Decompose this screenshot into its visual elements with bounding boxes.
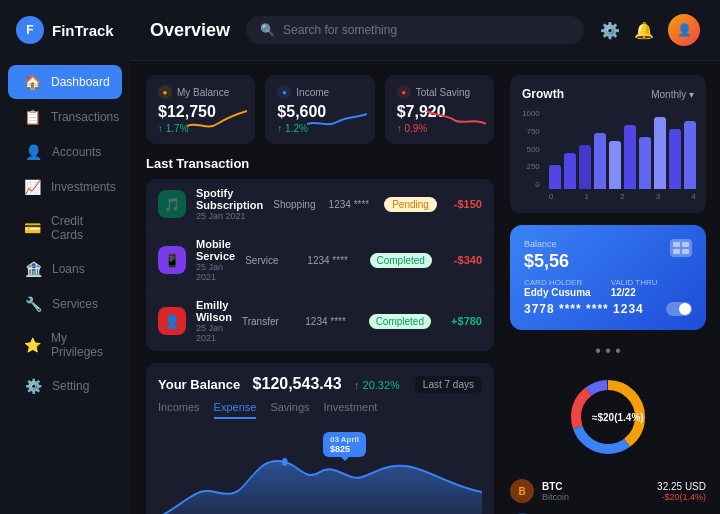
table-row[interactable]: 👤 Emilly Wilson 25 Jan 2021 Transfer 123… [146,291,494,351]
sidebar-label-dashboard: Dashboard [51,75,110,89]
sidebar-item-dashboard[interactable]: 🏠Dashboard [8,65,122,99]
growth-bar-2 [579,145,591,189]
settings-icon[interactable]: ⚙️ [600,21,620,40]
notifications-icon[interactable]: 🔔 [634,21,654,40]
growth-bar-1 [564,153,576,189]
transactions-section: Last Transaction 🎵 Spotify Subscription … [146,156,494,351]
growth-chart-area: 1000 750 500 250 0 0 1 2 3 [522,109,694,201]
card-valid-value: 12/22 [611,287,658,298]
sidebar-label-privileges: My Privileges [51,331,106,359]
sidebar-item-privileges[interactable]: ⭐My Privileges [8,322,122,368]
card-balance: $5,56 [524,251,692,272]
tx-icon-1: 📱 [158,246,186,274]
tx-category-2: Transfer [242,316,295,327]
header-actions: ⚙️ 🔔 👤 [600,14,700,46]
card-toggle-dot [679,303,691,315]
card-number-row: 3778 **** **** 1234 [524,302,692,316]
growth-period[interactable]: Monthly ▾ [651,89,694,100]
tx-icon-0: 🎵 [158,190,186,218]
tx-status-2: Completed [369,314,431,329]
card-holder-value: Eddy Cusuma [524,287,591,298]
card-toggle[interactable] [666,302,692,316]
card-holder-label: CARD HOLDER [524,278,591,287]
content-side: Growth Monthly ▾ 1000 750 500 250 0 [510,61,720,514]
search-input[interactable] [283,23,570,37]
tx-name-1: Mobile Service [196,238,235,262]
growth-y-axis: 1000 750 500 250 0 [522,109,543,201]
tx-name-2: Emilly Wilson [196,299,232,323]
tx-status-0: Pending [384,197,437,212]
sidebar-item-services[interactable]: 🔧Services [8,287,122,321]
crypto-icon-btc: B [510,479,534,503]
tx-date-0: 25 Jan 2021 [196,211,263,221]
crypto-list: B BTC Bitcoin 32.25 USD -$20(1.4%) E ETH… [510,474,706,514]
growth-bar-5 [624,125,636,189]
page-title: Overview [150,20,230,41]
stat-dot-income: ● [277,85,291,99]
transaction-table: 🎵 Spotify Subscription 25 Jan 2021 Shopp… [146,179,494,351]
sidebar-label-investments: Investments [51,180,116,194]
growth-bars: 0 1 2 3 4 [549,109,696,201]
sidebar-item-accounts[interactable]: 👤Accounts [8,135,122,169]
investments-icon: 📈 [24,179,41,195]
tx-card-2: 1234 **** [305,316,358,327]
search-bar[interactable]: 🔍 [246,16,584,44]
tab-expense[interactable]: Expense [214,401,257,419]
growth-bar-7 [654,117,666,189]
content-area: ● My Balance $12,750 ↑ 1.7% ● Income $5,… [130,61,720,514]
card-holder-row: CARD HOLDER Eddy Cusuma VALID THRU 12/22 [524,278,692,298]
tab-investment[interactable]: Investment [324,401,378,419]
tab-savings[interactable]: Savings [270,401,309,419]
balance-section: Your Balance $120,543.43 ↑ 20.32% Last 7… [146,363,494,514]
sidebar-item-setting[interactable]: ⚙️Setting [8,369,122,403]
tx-amount-1: -$340 [442,254,482,266]
table-row[interactable]: 📱 Mobile Service 25 Jan 2021 Service 123… [146,230,494,291]
balance-header: Your Balance $120,543.43 ↑ 20.32% Last 7… [158,375,482,393]
stat-label-balance: ● My Balance [158,85,243,99]
card-valid-label: VALID THRU [611,278,658,287]
stat-card-income: ● Income $5,600 ↑ 1.2% [265,75,374,144]
services-icon: 🔧 [24,296,42,312]
accounts-icon: 👤 [24,144,42,160]
tx-date-2: 25 Jan 2021 [196,323,232,343]
stats-row: ● My Balance $12,750 ↑ 1.7% ● Income $5,… [146,75,494,144]
sidebar-label-services: Services [52,297,98,311]
search-icon: 🔍 [260,23,275,37]
growth-x-labels: 0 1 2 3 4 [549,192,696,201]
transactions-icon: 📋 [24,109,41,125]
tab-incomes[interactable]: Incomes [158,401,200,419]
table-row[interactable]: 🎵 Spotify Subscription 25 Jan 2021 Shopp… [146,179,494,230]
avatar[interactable]: 👤 [668,14,700,46]
tooltip-value: $825 [330,444,359,454]
growth-header: Growth Monthly ▾ [522,87,694,101]
donut-label: ≈$20(1.4%) [592,412,644,423]
stat-label-income: ● Income [277,85,362,99]
sidebar-item-investments[interactable]: 📈Investments [8,170,122,204]
donut-chart: ≈$20(1.4%) [510,372,706,462]
privileges-icon: ⭐ [24,337,41,353]
tx-info-2: Emilly Wilson 25 Jan 2021 [196,299,232,343]
tx-date-1: 25 Jan 2021 [196,262,235,282]
sidebar-label-credit-cards: Credit Cards [51,214,106,242]
balance-change: ↑ 20.32% [354,379,400,391]
logo-icon: F [16,16,44,44]
crypto-name-btc: BTC Bitcoin [542,481,649,502]
sidebar-item-loans[interactable]: 🏦Loans [8,252,122,286]
content-main: ● My Balance $12,750 ↑ 1.7% ● Income $5,… [130,61,510,514]
sidebar-item-transactions[interactable]: 📋Transactions [8,100,122,134]
area-chart: 03 April $825 [158,427,482,514]
growth-bar-3 [594,133,606,189]
credit-cards-icon: 💳 [24,220,41,236]
stat-card-balance: ● My Balance $12,750 ↑ 1.7% [146,75,255,144]
tooltip-bubble: 03 April $825 [323,432,366,457]
tx-status-1: Completed [370,253,432,268]
sidebar-label-loans: Loans [52,262,85,276]
card-dots: • • • [510,342,706,360]
main-content: Overview 🔍 ⚙️ 🔔 👤 ● My Balance $12,750 ↑… [130,0,720,514]
sidebar-item-credit-cards[interactable]: 💳Credit Cards [8,205,122,251]
period-selector[interactable]: Last 7 days [415,376,482,393]
stat-label-saving: ● Total Saving [397,85,482,99]
growth-title: Growth [522,87,564,101]
card-chip [670,239,692,257]
setting-icon: ⚙️ [24,378,42,394]
